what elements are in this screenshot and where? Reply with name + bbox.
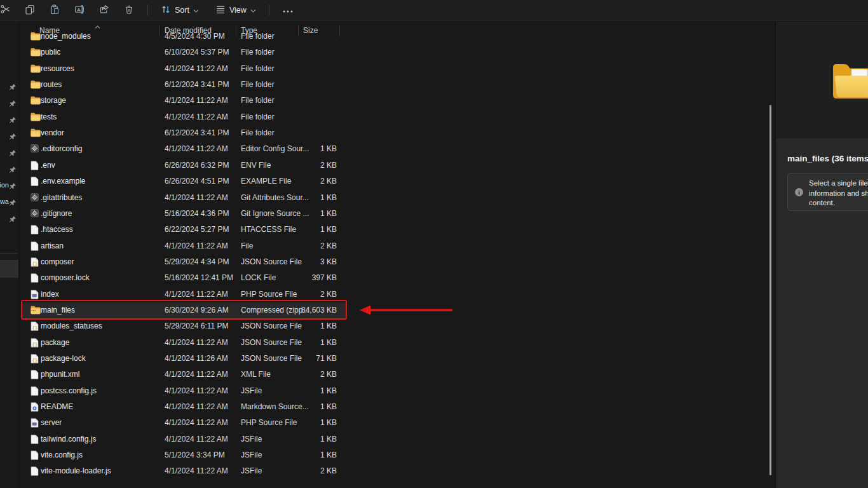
table-row[interactable]: .gitattributes 4/1/2024 11:22 AM Git Att… (0, 190, 766, 206)
preview-pane (776, 22, 868, 139)
share-button[interactable] (93, 2, 116, 19)
table-row[interactable]: node_modules 4/5/2024 4:30 PM File folde… (0, 32, 766, 44)
page-icon (31, 273, 41, 283)
table-row[interactable]: {} composer 5/29/2024 4:34 PM JSON Sourc… (0, 254, 766, 270)
details-title: main_files (36 items) (787, 154, 868, 163)
chevron-down-icon (250, 6, 256, 15)
folder-icon (31, 128, 41, 139)
table-row[interactable]: postcss.config.js 4/1/2024 11:22 AM JSFi… (0, 383, 766, 399)
highlight-box (21, 300, 347, 320)
view-label: View (229, 6, 247, 15)
table-row[interactable]: vite-module-loader.js 4/1/2024 11:22 AM … (0, 463, 766, 479)
table-row[interactable]: .editorconfig 4/1/2024 11:22 AM Editor C… (0, 141, 766, 157)
clipboard-paste-icon (50, 4, 60, 17)
table-row[interactable]: routes 6/12/2024 3:41 PM File folder (0, 77, 766, 93)
table-row[interactable]: .htaccess 6/22/2024 5:27 PM HTACCESS Fil… (0, 222, 766, 238)
ellipsis-icon (282, 6, 294, 15)
table-row[interactable]: vendor 6/12/2024 3:41 PM File folder (0, 125, 766, 141)
copy-icon (25, 4, 35, 17)
config-gear-icon (31, 209, 41, 219)
table-row[interactable]: README 4/1/2024 11:22 AM Markdown Source… (0, 399, 766, 415)
folder-icon (31, 48, 41, 58)
table-row[interactable]: resources 4/1/2024 11:22 AM File folder (0, 61, 766, 77)
details-pane: main_files (36 items) i Select a single … (776, 139, 868, 488)
sort-label: Sort (175, 6, 189, 15)
json-icon: {} (31, 338, 41, 348)
table-row[interactable]: storage 4/1/2024 11:22 AM File folder (0, 93, 766, 109)
json-icon: {} (31, 354, 41, 364)
table-row[interactable]: composer.lock 5/16/2024 12:41 PM LOCK Fi… (0, 270, 766, 286)
page-icon (31, 161, 41, 171)
view-button[interactable]: View (210, 2, 262, 19)
php-icon (31, 418, 41, 428)
page-icon (31, 386, 41, 396)
folder-icon (31, 112, 41, 123)
toolbar-divider (269, 4, 269, 16)
open-folder-preview-icon (831, 61, 868, 105)
table-row[interactable]: vite.config.js 5/1/2024 3:34 PM JSFile 1… (0, 447, 766, 463)
json-icon: {} (31, 322, 41, 332)
page-icon (31, 177, 41, 187)
rename-icon: A (74, 4, 85, 17)
php-icon (31, 290, 41, 300)
scissors-icon (0, 4, 11, 17)
folder-icon (31, 80, 41, 90)
page-icon (31, 370, 41, 380)
sort-arrows-icon (161, 4, 171, 17)
annotation-arrow (356, 302, 461, 318)
rename-button[interactable]: A (68, 2, 91, 19)
share-icon (99, 4, 109, 17)
file-explorer-window: A Sort View (0, 0, 868, 488)
table-row[interactable]: artisan 4/1/2024 11:22 AM File 2 KB (0, 238, 766, 254)
page-icon (31, 466, 41, 477)
svg-text:{}: {} (32, 342, 37, 347)
table-row[interactable]: {} modules_statuses 5/29/2024 6:11 PM JS… (0, 318, 766, 334)
info-circle-icon: i (795, 188, 803, 196)
svg-text:A: A (77, 7, 81, 13)
svg-text:{}: {} (32, 325, 37, 330)
table-row[interactable]: phpunit.xml 4/1/2024 11:22 AM XML File 2… (0, 367, 766, 383)
page-icon (31, 241, 41, 252)
table-row[interactable]: {} package 4/1/2024 11:22 AM JSON Source… (0, 335, 766, 351)
sort-button[interactable]: Sort (155, 2, 205, 19)
delete-button[interactable] (118, 2, 140, 19)
command-bar: A Sort View (0, 0, 868, 21)
json-icon: {} (31, 257, 41, 268)
trash-icon (124, 4, 134, 17)
table-row[interactable]: tests 4/1/2024 11:22 AM File folder (0, 109, 766, 125)
table-row[interactable]: public 6/10/2024 5:37 PM File folder (0, 44, 766, 60)
svg-text:{}: {} (32, 261, 37, 266)
config-gear-icon (31, 144, 41, 154)
page-icon (31, 225, 41, 235)
page-icon (31, 435, 41, 445)
info-message: Select a single file t information and s… (809, 179, 868, 208)
cut-button[interactable] (0, 2, 17, 19)
copy-button[interactable] (18, 2, 41, 19)
markdown-icon (31, 402, 41, 412)
folder-icon (31, 96, 41, 106)
info-box: i Select a single file t information and… (787, 173, 868, 211)
table-row[interactable]: .env.example 6/26/2024 4:51 PM EXAMPLE F… (0, 173, 766, 189)
config-gear-icon (31, 193, 41, 203)
see-more-button[interactable] (276, 2, 299, 19)
paste-button[interactable] (43, 2, 66, 19)
sort-ascending-icon (95, 22, 100, 31)
vertical-scrollbar[interactable] (770, 105, 771, 475)
folder-icon (31, 64, 41, 74)
view-list-icon (215, 4, 226, 17)
table-row[interactable]: .gitignore 5/16/2024 4:36 PM Git Ignore … (0, 206, 766, 222)
svg-text:{}: {} (32, 358, 37, 363)
table-row[interactable]: server 4/1/2024 11:22 AM PHP Source File… (0, 415, 766, 431)
file-list: node_modules 4/5/2024 4:30 PM File folde… (0, 32, 774, 488)
table-row[interactable]: {} package-lock 4/1/2024 11:26 AM JSON S… (0, 351, 766, 367)
folder-icon (31, 32, 41, 42)
page-icon (31, 451, 41, 461)
table-row[interactable]: tailwind.config.js 4/1/2024 11:22 AM JSF… (0, 431, 766, 447)
table-row[interactable]: .env 6/26/2024 6:32 PM ENV File 2 KB (0, 158, 766, 173)
toolbar-divider (147, 4, 148, 16)
chevron-down-icon (193, 6, 199, 15)
